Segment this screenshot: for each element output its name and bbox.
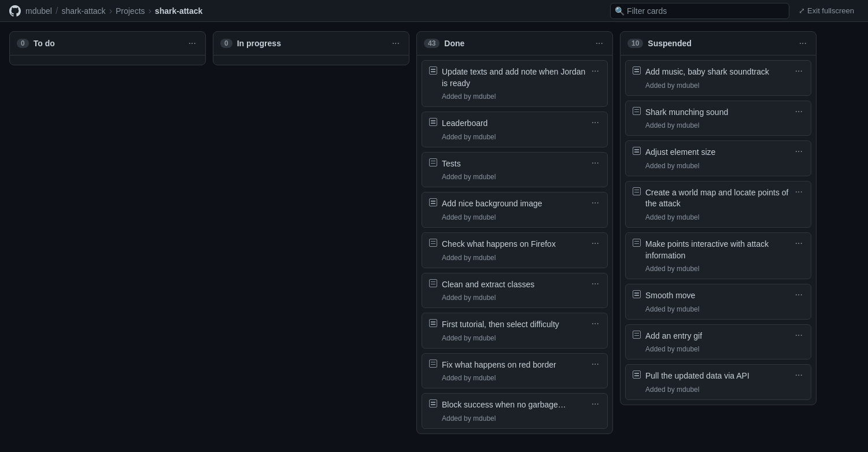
card-header: Create a world map and locate points of …: [633, 187, 804, 210]
list-item[interactable]: Block success when no garbage…···Added b…: [422, 393, 608, 429]
card-menu-button[interactable]: ···: [794, 187, 804, 197]
issue-icon: [429, 239, 437, 247]
issue-icon: [633, 371, 641, 379]
column-menu-button-suspended[interactable]: ···: [797, 38, 809, 49]
list-item[interactable]: First tutorial, then select difficulty··…: [422, 313, 608, 349]
card-menu-button[interactable]: ···: [590, 319, 600, 328]
list-item[interactable]: Fix what happens on red border···Added b…: [422, 353, 608, 389]
issue-icon: [429, 118, 437, 126]
card-meta: Added by mdubel: [429, 92, 600, 101]
card-menu-button[interactable]: ···: [794, 239, 804, 248]
search-icon: 🔍: [615, 6, 625, 16]
column-title-suspended: Suspended: [648, 39, 792, 48]
card-meta: Added by mdubel: [429, 173, 600, 181]
breadcrumb-repo[interactable]: shark-attack: [61, 6, 105, 16]
list-item[interactable]: Shark munching sound···Added by mdubel: [625, 101, 811, 136]
card-menu-button[interactable]: ···: [590, 399, 600, 409]
issue-icon: [429, 319, 437, 327]
card-meta: Added by mdubel: [429, 213, 600, 221]
card-title: Smooth move: [645, 290, 789, 302]
list-item[interactable]: Check what happens on Firefox···Added by…: [422, 232, 608, 268]
card-menu-button[interactable]: ···: [590, 360, 600, 369]
column-count-todo: 0: [17, 39, 29, 48]
card-meta: Added by mdubel: [429, 414, 600, 423]
card-menu-button[interactable]: ···: [794, 371, 804, 380]
breadcrumb-projects[interactable]: Projects: [116, 6, 145, 16]
card-title: Fix what happens on red border: [442, 360, 586, 371]
card-header: Update texts and add note when Jordan is…: [429, 66, 600, 89]
card-header: First tutorial, then select difficulty··…: [429, 319, 600, 331]
card-meta: Added by mdubel: [633, 81, 804, 90]
card-menu-button[interactable]: ···: [590, 279, 600, 288]
list-item[interactable]: Leaderboard···Added by mdubel: [422, 112, 608, 147]
list-item[interactable]: Tests···Added by mdubel: [422, 152, 608, 188]
column-count-suspended: 10: [627, 39, 643, 48]
list-item[interactable]: Add music, baby shark soundtrack···Added…: [625, 60, 811, 96]
card-meta: Added by mdubel: [429, 334, 600, 342]
list-item[interactable]: Pull the updated data via API···Added by…: [625, 364, 811, 400]
column-count-inprogress: 0: [220, 39, 232, 48]
card-menu-button[interactable]: ···: [590, 66, 600, 76]
card-header: Add an entry gif···: [633, 331, 804, 342]
column-body-suspended: Add music, baby shark soundtrack···Added…: [620, 55, 816, 405]
card-title: Add nice background image: [442, 198, 586, 210]
card-menu-button[interactable]: ···: [590, 239, 600, 248]
column-body-todo: [10, 55, 205, 65]
card-header: Adjust element size···: [633, 147, 804, 158]
issue-icon: [633, 66, 641, 75]
card-menu-button[interactable]: ···: [794, 107, 804, 116]
card-title: Update texts and add note when Jordan is…: [442, 66, 586, 89]
breadcrumb-user[interactable]: mdubel: [25, 6, 52, 16]
topnav: mdubel / shark-attack › Projects › shark…: [0, 0, 868, 22]
card-title: Adjust element size: [645, 147, 789, 158]
column-menu-button-inprogress[interactable]: ···: [390, 38, 402, 49]
list-item[interactable]: Smooth move···Added by mdubel: [625, 284, 811, 320]
list-item[interactable]: Update texts and add note when Jordan is…: [422, 60, 608, 107]
card-meta: Added by mdubel: [633, 386, 804, 394]
github-logo-icon: [9, 5, 21, 17]
breadcrumb-chevron2: ›: [149, 6, 152, 16]
card-menu-button[interactable]: ···: [590, 198, 600, 208]
card-meta: Added by mdubel: [429, 254, 600, 262]
card-title: Add an entry gif: [645, 331, 789, 342]
card-menu-button[interactable]: ···: [794, 147, 804, 156]
card-meta: Added by mdubel: [633, 345, 804, 353]
card-title: Clean and extract classes: [442, 279, 586, 291]
column-title-todo: To do: [34, 39, 182, 48]
card-meta: Added by mdubel: [633, 213, 804, 221]
issue-icon: [429, 279, 437, 287]
exit-fullscreen-button[interactable]: ⤢ Exit fullscreen: [794, 4, 859, 17]
column-inprogress: 0In progress···: [213, 31, 409, 65]
card-menu-button[interactable]: ···: [794, 331, 804, 340]
card-menu-button[interactable]: ···: [590, 158, 600, 168]
column-menu-button-done[interactable]: ···: [593, 38, 605, 49]
card-title: Shark munching sound: [645, 107, 789, 118]
card-menu-button[interactable]: ···: [794, 66, 804, 76]
card-meta: Added by mdubel: [429, 294, 600, 302]
issue-icon: [633, 147, 641, 155]
card-menu-button[interactable]: ···: [590, 118, 600, 127]
list-item[interactable]: Make points interactive with attack info…: [625, 232, 811, 279]
card-title: Leaderboard: [442, 118, 586, 129]
column-header-done: 43Done···: [417, 32, 612, 55]
list-item[interactable]: Create a world map and locate points of …: [625, 181, 811, 228]
list-item[interactable]: Add an entry gif···Added by mdubel: [625, 324, 811, 360]
issue-icon: [429, 66, 437, 75]
list-item[interactable]: Clean and extract classes···Added by mdu…: [422, 273, 608, 309]
card-header: Shark munching sound···: [633, 107, 804, 118]
breadcrumb-sep1: /: [56, 6, 58, 16]
exit-fullscreen-label: Exit fullscreen: [807, 6, 854, 15]
card-header: Make points interactive with attack info…: [633, 239, 804, 261]
card-menu-button[interactable]: ···: [794, 290, 804, 299]
list-item[interactable]: Add nice background image···Added by mdu…: [422, 192, 608, 228]
filter-cards-input[interactable]: [610, 3, 789, 19]
issue-icon: [633, 290, 641, 298]
column-header-suspended: 10Suspended···: [620, 32, 816, 55]
card-title: Create a world map and locate points of …: [645, 187, 789, 210]
fullscreen-icon: ⤢: [799, 6, 805, 15]
breadcrumb: mdubel / shark-attack › Projects › shark…: [25, 6, 202, 16]
card-header: Smooth move···: [633, 290, 804, 302]
card-header: Tests···: [429, 158, 600, 170]
list-item[interactable]: Adjust element size···Added by mdubel: [625, 140, 811, 176]
column-menu-button-todo[interactable]: ···: [186, 38, 198, 49]
